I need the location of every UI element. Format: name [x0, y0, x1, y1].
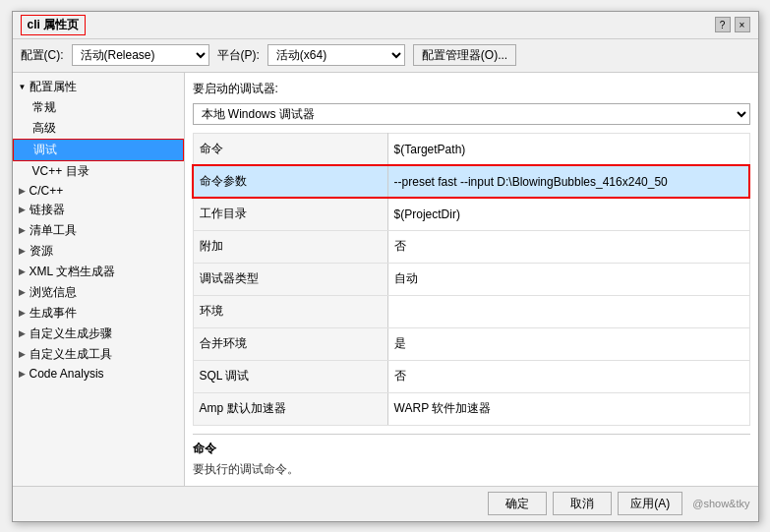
table-row-sql-debug[interactable]: SQL 调试 否 [193, 360, 749, 392]
toolbar: 配置(C): 活动(Release) 平台(P): 活动(x64) 配置管理器(… [13, 39, 758, 73]
description-label: 命令 [193, 441, 750, 457]
row-value-attach: 否 [387, 230, 749, 263]
apply-button[interactable]: 应用(A) [618, 492, 682, 515]
table-row-merge-env[interactable]: 合并环境 是 [193, 327, 749, 360]
row-value-sql-debug: 否 [387, 360, 749, 392]
cancel-button[interactable]: 取消 [553, 492, 612, 515]
expand-icon: ▶ [19, 349, 26, 359]
sidebar-item-cpp[interactable]: ▶ C/C++ [13, 182, 184, 200]
expand-icon: ▶ [19, 186, 26, 196]
sidebar-item-label: 自定义生成步骤 [30, 325, 112, 342]
sidebar-item-label: VC++ 目录 [32, 164, 89, 178]
sidebar-item-label: 高级 [32, 121, 56, 135]
expand-icon: ▶ [19, 205, 26, 214]
row-name-debugger-type: 调试器类型 [193, 263, 387, 295]
sidebar: ▼ 配置属性 常规 高级 调试 VC++ 目录 ▶ C/C++ ▶ 链接器 [13, 73, 185, 486]
title-bar: cli 属性页 ? × [13, 12, 758, 39]
row-value-command-args: --preset fast --input D:\BlowingBubbles_… [387, 165, 749, 198]
table-row-amp-default[interactable]: Amp 默认加速器 WARP 软件加速器 [193, 392, 749, 425]
row-name-working-dir: 工作目录 [193, 198, 387, 230]
sidebar-item-custombuild[interactable]: ▶ 自定义生成步骤 [13, 324, 184, 344]
sidebar-item-label: 调试 [33, 143, 57, 156]
debugger-select-row: 本地 Windows 调试器 [193, 103, 750, 125]
description-text: 要执行的调试命令。 [193, 461, 750, 478]
footer: 确定 取消 应用(A) @show&tky [13, 486, 758, 521]
config-select[interactable]: 活动(Release) [72, 44, 209, 66]
row-value-amp-default: WARP 软件加速器 [387, 392, 749, 425]
main-content: ▼ 配置属性 常规 高级 调试 VC++ 目录 ▶ C/C++ ▶ 链接器 [13, 73, 758, 486]
dialog-title: cli 属性页 [21, 15, 87, 35]
watermark: @show&tky [692, 498, 749, 509]
row-name-amp-default: Amp 默认加速器 [193, 392, 387, 425]
debugger-section-label: 要启动的调试器: [193, 81, 750, 97]
table-row-working-dir[interactable]: 工作目录 $(ProjectDir) [193, 198, 749, 230]
row-name-command: 命令 [193, 133, 387, 165]
expand-icon: ▶ [19, 266, 26, 276]
table-row-debugger-type[interactable]: 调试器类型 自动 [193, 263, 749, 295]
sidebar-item-label: 自定义生成工具 [30, 346, 112, 363]
sidebar-item-debugging[interactable]: 调试 [13, 139, 184, 161]
sidebar-root[interactable]: ▼ 配置属性 [13, 77, 184, 97]
sidebar-item-advanced[interactable]: 高级 [13, 118, 184, 139]
table-row-command-args[interactable]: 命令参数 --preset fast --input D:\BlowingBub… [193, 165, 749, 198]
sidebar-item-label: 清单工具 [30, 222, 77, 239]
sidebar-item-buildevents[interactable]: ▶ 生成事件 [13, 303, 184, 324]
row-value-environment [387, 295, 749, 327]
expand-icon: ▶ [19, 308, 26, 318]
expand-icon: ▶ [19, 369, 26, 379]
content-area: 要启动的调试器: 本地 Windows 调试器 命令 $(TargetPath)… [185, 73, 758, 486]
sidebar-item-vcdirs[interactable]: VC++ 目录 [13, 161, 184, 182]
collapse-icon: ▼ [19, 83, 27, 91]
sidebar-item-browse[interactable]: ▶ 浏览信息 [13, 282, 184, 303]
sidebar-item-resources[interactable]: ▶ 资源 [13, 241, 184, 262]
expand-icon: ▶ [19, 287, 26, 297]
sidebar-item-customtool[interactable]: ▶ 自定义生成工具 [13, 344, 184, 365]
sidebar-item-codeanalysis[interactable]: ▶ Code Analysis [13, 365, 184, 383]
row-name-command-args: 命令参数 [193, 165, 387, 198]
sidebar-item-general[interactable]: 常规 [13, 97, 184, 118]
sidebar-item-label: 链接器 [30, 202, 65, 218]
sidebar-item-label: 常规 [32, 100, 56, 114]
sidebar-item-label: Code Analysis [30, 367, 104, 381]
ok-button[interactable]: 确定 [488, 492, 547, 515]
expand-icon: ▶ [19, 225, 26, 235]
table-row-environment[interactable]: 环境 [193, 295, 749, 327]
properties-table: 命令 $(TargetPath) 命令参数 --preset fast --in… [193, 133, 750, 426]
sidebar-item-label: 浏览信息 [30, 284, 77, 301]
platform-select[interactable]: 活动(x64) [267, 44, 405, 66]
sidebar-item-linker[interactable]: ▶ 链接器 [13, 200, 184, 220]
config-manager-button[interactable]: 配置管理器(O)... [413, 44, 516, 66]
title-buttons: ? × [715, 17, 750, 32]
sidebar-item-label: 资源 [30, 243, 53, 260]
row-name-sql-debug: SQL 调试 [193, 360, 387, 392]
dialog: cli 属性页 ? × 配置(C): 活动(Release) 平台(P): 活动… [12, 11, 759, 522]
close-button[interactable]: × [735, 17, 750, 32]
row-name-attach: 附加 [193, 230, 387, 263]
description-box: 命令 要执行的调试命令。 [193, 434, 750, 478]
row-value-debugger-type: 自动 [387, 263, 749, 295]
row-value-working-dir: $(ProjectDir) [387, 198, 749, 230]
row-value-command: $(TargetPath) [387, 133, 749, 165]
help-button[interactable]: ? [715, 17, 731, 32]
sidebar-item-label: C/C++ [30, 184, 64, 198]
sidebar-root-label: 配置属性 [30, 79, 77, 95]
config-label: 配置(C): [21, 47, 64, 64]
debugger-select[interactable]: 本地 Windows 调试器 [193, 103, 750, 125]
row-value-merge-env: 是 [387, 327, 749, 360]
expand-icon: ▶ [19, 328, 26, 338]
row-name-merge-env: 合并环境 [193, 327, 387, 360]
platform-label: 平台(P): [217, 47, 260, 64]
sidebar-item-label: 生成事件 [30, 305, 77, 322]
table-row-command[interactable]: 命令 $(TargetPath) [193, 133, 749, 165]
sidebar-item-manifest[interactable]: ▶ 清单工具 [13, 220, 184, 241]
table-row-attach[interactable]: 附加 否 [193, 230, 749, 263]
sidebar-item-xmlgen[interactable]: ▶ XML 文档生成器 [13, 262, 184, 282]
row-name-environment: 环境 [193, 295, 387, 327]
sidebar-item-label: XML 文档生成器 [30, 264, 116, 280]
expand-icon: ▶ [19, 246, 26, 256]
